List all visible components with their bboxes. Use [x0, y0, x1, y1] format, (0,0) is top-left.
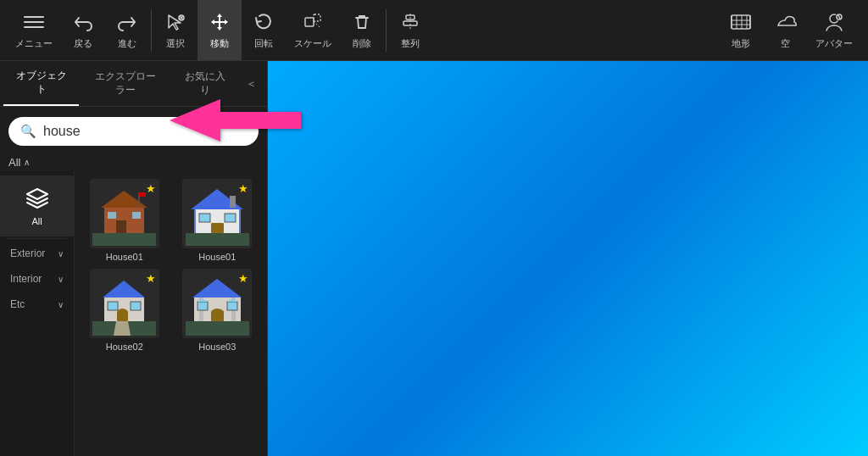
- interior-chevron: ∨: [58, 275, 64, 284]
- item-label: House01: [106, 252, 143, 262]
- items-grid: ★ House01: [75, 172, 267, 456]
- layers-icon: [24, 186, 51, 213]
- avatar-label: アバター: [815, 37, 853, 50]
- svg-rect-24: [132, 212, 141, 219]
- forward-button[interactable]: 進む: [105, 0, 149, 60]
- viewport[interactable]: [268, 61, 868, 456]
- back-label: 戻る: [74, 37, 92, 50]
- svg-rect-32: [199, 214, 210, 222]
- svg-marker-43: [114, 321, 131, 336]
- exterior-label: Exterior: [10, 247, 45, 259]
- tab-objects[interactable]: オブジェクト: [3, 61, 79, 106]
- search-area: 🔍: [0, 107, 267, 153]
- category-etc[interactable]: Etc ∨: [0, 292, 74, 317]
- filter-row: All ∧: [0, 153, 267, 172]
- star-icon[interactable]: ★: [146, 182, 156, 195]
- list-item[interactable]: ★ House01: [81, 179, 168, 262]
- scale-button[interactable]: スケール: [286, 0, 340, 60]
- sky-label: 空: [781, 37, 790, 50]
- tab-bar: オブジェクト エクスプローラー お気に入り ＜: [0, 61, 267, 107]
- item-thumbnail: ★: [182, 269, 252, 338]
- item-label: House02: [106, 342, 143, 352]
- category-exterior[interactable]: Exterior ∨: [0, 241, 74, 266]
- svg-rect-22: [116, 220, 126, 233]
- filter-dropdown[interactable]: All ∧: [8, 156, 30, 169]
- etc-chevron: ∨: [58, 300, 64, 309]
- svg-rect-48: [198, 302, 208, 310]
- svg-line-5: [314, 21, 320, 28]
- forward-icon: [115, 10, 139, 34]
- terrain-label: 地形: [732, 37, 750, 50]
- list-item[interactable]: ★ House01: [175, 179, 261, 262]
- search-icon: 🔍: [20, 124, 36, 139]
- svg-rect-35: [230, 196, 236, 208]
- search-input[interactable]: [43, 124, 247, 139]
- category-interior[interactable]: Interior ∨: [0, 266, 74, 292]
- svg-rect-4: [314, 14, 320, 21]
- search-box: 🔍: [8, 117, 259, 146]
- tab-favorites[interactable]: お気に入り: [172, 62, 239, 105]
- divider-1: [151, 9, 152, 52]
- scale-icon: [301, 10, 325, 34]
- avatar-button[interactable]: アバター: [807, 0, 861, 60]
- svg-rect-51: [186, 321, 249, 336]
- rotate-label: 回転: [254, 37, 273, 50]
- svg-rect-49: [227, 302, 237, 310]
- back-icon: [71, 10, 95, 34]
- scale-label: スケール: [294, 37, 331, 50]
- exterior-chevron: ∨: [58, 249, 64, 259]
- category-all-label: All: [31, 216, 42, 226]
- svg-rect-33: [225, 214, 236, 222]
- chevron-up-icon: ∧: [24, 158, 30, 167]
- forward-label: 進む: [118, 37, 136, 50]
- select-button[interactable]: 選択: [153, 0, 198, 60]
- move-button[interactable]: 移動: [198, 0, 242, 60]
- menu-button[interactable]: メニュー: [7, 0, 61, 60]
- avatar-icon: [822, 10, 846, 34]
- item-label: House03: [198, 342, 236, 352]
- svg-rect-40: [131, 302, 141, 310]
- cat-divider-1: [7, 238, 67, 239]
- tab-explorer[interactable]: エクスプローラー: [79, 62, 172, 105]
- item-thumbnail: ★: [90, 269, 159, 338]
- item-thumbnail: ★: [90, 179, 159, 248]
- panel-close-button[interactable]: ＜: [239, 68, 264, 100]
- delete-label: 削除: [353, 37, 371, 50]
- item-label: House01: [198, 252, 236, 262]
- rotate-button[interactable]: 回転: [242, 0, 286, 60]
- star-icon[interactable]: ★: [238, 272, 248, 285]
- align-label: 整列: [401, 37, 420, 50]
- star-icon[interactable]: ★: [238, 182, 248, 195]
- rotate-icon: [252, 10, 275, 34]
- hamburger-icon: [22, 10, 46, 34]
- list-item[interactable]: ★ House02: [81, 269, 168, 352]
- category-sidebar: All Exterior ∨ Interior ∨ Etc ∨: [0, 172, 75, 456]
- etc-label: Etc: [10, 298, 25, 310]
- svg-rect-34: [211, 223, 224, 233]
- svg-marker-37: [103, 281, 145, 298]
- terrain-button[interactable]: 地形: [719, 0, 763, 60]
- svg-marker-44: [192, 279, 242, 298]
- svg-rect-3: [305, 18, 314, 26]
- divider-2: [386, 9, 387, 52]
- terrain-icon: [729, 10, 753, 34]
- back-button[interactable]: 戻る: [61, 0, 105, 60]
- main-area: オブジェクト エクスプローラー お気に入り ＜ 🔍 All ∧: [0, 61, 868, 456]
- svg-rect-39: [108, 302, 118, 310]
- svg-rect-41: [117, 311, 128, 321]
- category-all[interactable]: All: [0, 175, 74, 236]
- star-icon[interactable]: ★: [146, 272, 156, 285]
- menu-label: メニュー: [15, 37, 53, 50]
- align-button[interactable]: 整列: [388, 0, 432, 60]
- delete-button[interactable]: 削除: [340, 0, 384, 60]
- align-icon: [398, 10, 422, 34]
- svg-rect-23: [108, 212, 116, 219]
- filter-label: All: [8, 156, 20, 169]
- item-thumbnail: ★: [182, 179, 252, 248]
- list-item[interactable]: ★ House03: [175, 269, 261, 352]
- select-icon: [164, 10, 187, 34]
- sky-icon: [773, 10, 797, 34]
- left-panel: オブジェクト エクスプローラー お気に入り ＜ 🔍 All ∧: [0, 61, 268, 456]
- sky-button[interactable]: 空: [763, 0, 807, 60]
- svg-rect-50: [211, 311, 224, 321]
